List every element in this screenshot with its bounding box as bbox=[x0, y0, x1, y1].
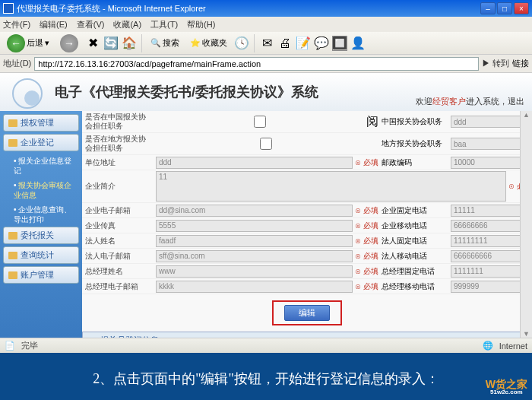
print-icon[interactable]: 🖨 bbox=[277, 36, 293, 51]
required-marker: ⊙ 必填 bbox=[355, 266, 378, 277]
field-label-right: 邮政编码 bbox=[378, 156, 448, 170]
field-label-right: 总经理移动电话 bbox=[378, 280, 448, 294]
field-cell bbox=[154, 249, 355, 263]
nav-item[interactable]: 企业信息查询、导出打印 bbox=[3, 202, 79, 227]
text-input[interactable] bbox=[156, 157, 353, 169]
nav-header[interactable]: 账户管理 bbox=[3, 266, 79, 284]
text-input[interactable] bbox=[451, 265, 530, 278]
field-label: 是否在中国报关协会担任职务 bbox=[82, 111, 154, 132]
toolbar: ←后退 ▾ → ✖ 🔄 🏠 🔍搜索 ⭐收藏夹 🕓 ✉ 🖨 📝 💬 🔲 👤 bbox=[0, 32, 532, 55]
field-label-right: 总经理固定电话 bbox=[378, 265, 448, 278]
field-cell bbox=[154, 170, 508, 202]
required-marker: ⊙ 必填 bbox=[355, 281, 378, 292]
nav-header[interactable]: 授权管理 bbox=[3, 114, 79, 132]
text-input[interactable] bbox=[451, 205, 530, 217]
field-cell bbox=[154, 265, 355, 278]
field-cell bbox=[154, 204, 355, 217]
menu-edit[interactable]: 编辑(E) bbox=[40, 19, 68, 30]
edit-button-area: 编辑 bbox=[82, 294, 532, 332]
text-input[interactable] bbox=[156, 205, 353, 217]
close-button[interactable]: × bbox=[514, 2, 529, 14]
checkbox[interactable] bbox=[156, 116, 364, 128]
field-label-right: 法人固定电话 bbox=[378, 234, 448, 248]
field-label: 是否在地方报关协会担任职务 bbox=[82, 133, 154, 154]
home-icon[interactable]: 🏠 bbox=[122, 36, 137, 51]
status-text: 完毕 bbox=[21, 340, 38, 351]
edit-icon[interactable]: 📝 bbox=[296, 36, 311, 51]
refresh-icon[interactable]: 🔄 bbox=[103, 36, 119, 51]
required-marker: ⊙ 必填 bbox=[355, 157, 378, 168]
checkbox[interactable] bbox=[156, 138, 376, 150]
field-label-right: 企业移动电话 bbox=[378, 219, 448, 233]
textarea[interactable] bbox=[156, 171, 506, 202]
watermark: W货之家51w2c.com bbox=[486, 379, 527, 395]
nav-item[interactable]: 报关协会审核企业信息 bbox=[3, 178, 79, 202]
text-input[interactable] bbox=[451, 220, 530, 232]
page-header: 电子《代理报关委托书/委托报关协议》系统 欢迎经贸客户进入系统，退出 bbox=[0, 73, 532, 111]
text-input[interactable] bbox=[451, 281, 530, 293]
text-input[interactable] bbox=[451, 250, 530, 262]
nav-item[interactable]: 报关企业信息登记 bbox=[3, 154, 79, 178]
form-row: 企业电子邮箱⊙ 必填企业固定电话 bbox=[82, 203, 532, 218]
maximize-button[interactable]: □ bbox=[497, 2, 512, 14]
col-span: 阅 bbox=[366, 114, 378, 130]
scrollbar[interactable] bbox=[520, 111, 532, 338]
zone-text: Internet bbox=[499, 341, 527, 351]
text-input[interactable] bbox=[156, 265, 353, 278]
logo-icon bbox=[9, 77, 46, 107]
field-cell bbox=[154, 280, 355, 294]
text-input[interactable] bbox=[156, 220, 353, 232]
username: 经贸客户 bbox=[432, 97, 466, 106]
research-icon[interactable]: 🔲 bbox=[332, 36, 347, 51]
minimize-button[interactable]: – bbox=[480, 2, 496, 14]
nav-header[interactable]: 企业登记 bbox=[3, 134, 79, 151]
history-icon[interactable]: 🕓 bbox=[234, 36, 249, 51]
text-input[interactable] bbox=[451, 138, 530, 150]
required-marker: ⊙ 必填 bbox=[355, 251, 378, 262]
address-bar: 地址(D) ▶ 转到 链接 bbox=[0, 55, 532, 73]
field-label: 总经理姓名 bbox=[82, 265, 154, 278]
field-label: 法人姓名 bbox=[82, 235, 154, 247]
required-marker: ⊙ 必填 bbox=[355, 205, 378, 216]
menu-view[interactable]: 查看(V) bbox=[77, 19, 105, 30]
field-cell bbox=[154, 219, 355, 233]
field-cell bbox=[154, 115, 366, 129]
field-label: 企业简介 bbox=[82, 180, 154, 192]
go-button[interactable]: ▶ 转到 bbox=[482, 58, 509, 69]
menu-favorites[interactable]: 收藏(A) bbox=[113, 19, 141, 30]
forward-button[interactable]: → bbox=[56, 32, 82, 55]
menu-bar: 文件(F) 编辑(E) 查看(V) 收藏(A) 工具(T) 帮助(H) bbox=[0, 17, 532, 32]
edit-button[interactable]: 编辑 bbox=[284, 305, 330, 321]
stop-icon[interactable]: ✖ bbox=[85, 36, 100, 51]
text-input[interactable] bbox=[451, 235, 530, 247]
menu-help[interactable]: 帮助(H) bbox=[187, 19, 215, 30]
text-input[interactable] bbox=[156, 281, 353, 293]
text-input[interactable] bbox=[451, 157, 530, 169]
menu-file[interactable]: 文件(F) bbox=[3, 19, 30, 30]
form-row: 企业传真⊙ 必填企业移动电话 bbox=[82, 218, 532, 233]
text-input[interactable] bbox=[156, 235, 353, 247]
links-label: 链接 bbox=[512, 58, 529, 69]
back-button[interactable]: ←后退 ▾ bbox=[3, 32, 53, 55]
field-label-right: 地方报关协会职务 bbox=[378, 137, 448, 151]
text-input[interactable] bbox=[156, 250, 353, 262]
form-row: 总经理电子邮箱⊙ 必填总经理移动电话 bbox=[82, 279, 532, 294]
address-input[interactable] bbox=[34, 57, 479, 71]
text-input[interactable] bbox=[451, 116, 530, 128]
field-cell bbox=[154, 137, 378, 151]
search-button[interactable]: 🔍搜索 bbox=[147, 35, 183, 51]
mail-icon[interactable]: ✉ bbox=[259, 36, 274, 51]
section-header[interactable]: 报关员登记信息 bbox=[82, 332, 532, 338]
favorites-button[interactable]: ⭐收藏夹 bbox=[186, 35, 231, 51]
field-label-right: 企业固定电话 bbox=[378, 204, 448, 217]
instruction-caption: 2、点击页面中的"编辑"按钮，开始进行登记信息的录入： bbox=[0, 370, 532, 388]
nav-header[interactable]: 查询统计 bbox=[3, 246, 79, 264]
required-marker: ⊙ 必填 bbox=[355, 221, 378, 231]
messenger-icon[interactable]: 👤 bbox=[350, 36, 366, 51]
field-cell bbox=[154, 234, 355, 248]
discuss-icon[interactable]: 💬 bbox=[314, 36, 329, 51]
field-label: 企业电子邮箱 bbox=[82, 205, 154, 217]
nav-header[interactable]: 委托报关 bbox=[3, 227, 79, 244]
menu-tools[interactable]: 工具(T) bbox=[150, 19, 178, 30]
window-title: 代理报关电子委托系统 - Microsoft Internet Explorer bbox=[17, 3, 480, 14]
